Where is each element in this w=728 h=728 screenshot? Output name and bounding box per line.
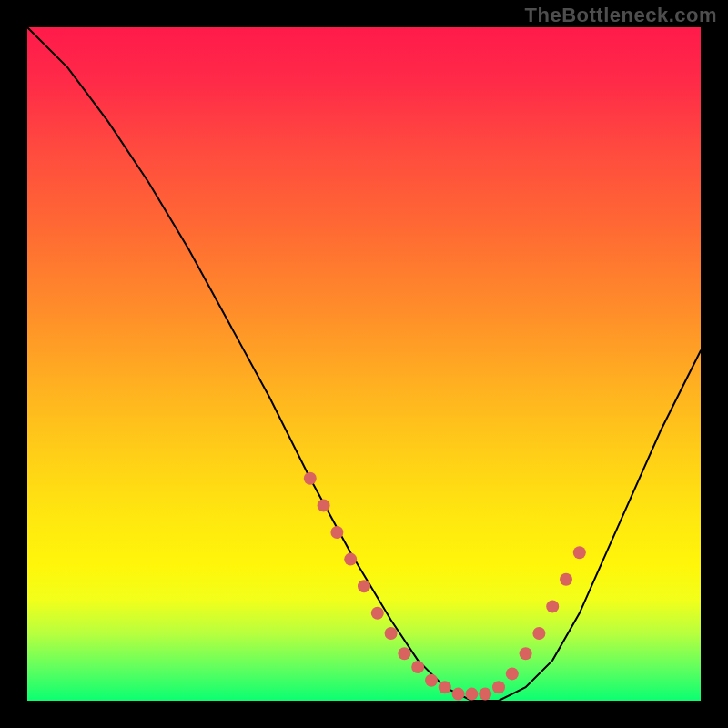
dot — [398, 647, 410, 660]
dot — [385, 627, 398, 640]
dot — [506, 667, 519, 680]
dot — [425, 674, 438, 687]
dot — [371, 607, 384, 620]
dot — [452, 688, 465, 701]
highlight-dots — [304, 472, 586, 701]
dot — [344, 553, 357, 566]
dot — [560, 573, 572, 586]
plot-area — [27, 27, 701, 701]
watermark-text: TheBottleneck.com — [525, 4, 717, 27]
bottleneck-curve — [27, 27, 701, 701]
curve-layer — [27, 27, 701, 701]
dot — [573, 546, 586, 559]
dot — [479, 688, 491, 701]
dot — [439, 681, 451, 693]
dot — [304, 472, 317, 485]
dot — [411, 661, 424, 673]
dot — [330, 526, 343, 539]
dot — [492, 681, 505, 693]
dot — [358, 580, 370, 592]
dot — [532, 627, 545, 640]
dot — [465, 688, 478, 701]
chart-frame: TheBottleneck.com — [0, 0, 728, 728]
dot — [520, 647, 532, 660]
dot — [546, 600, 559, 612]
dot — [318, 499, 330, 511]
